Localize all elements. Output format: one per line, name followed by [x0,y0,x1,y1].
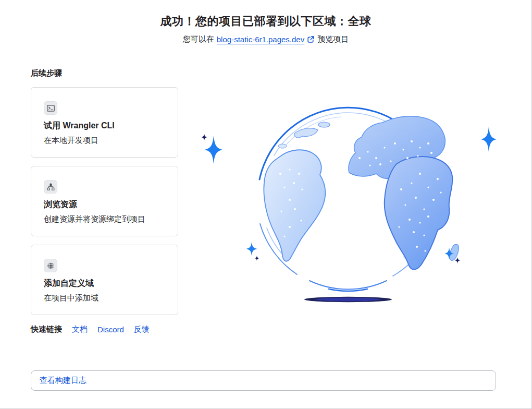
quick-link-discord[interactable]: Discord [97,325,124,334]
card-description: 在项目中添加域 [44,293,165,303]
next-steps-heading: 后续步骤 [31,68,178,78]
quick-link-docs[interactable]: 文档 [72,324,88,334]
sparkle-icons [201,127,497,263]
globe-shadow-ellipse [304,297,392,302]
view-build-log-button[interactable]: 查看构建日志 [31,370,496,391]
card-title: 浏览资源 [44,199,165,210]
next-steps-cards: 试用 Wrangler CLI 在本地开发项目 浏览资源 创建资源并将资源绑定到… [31,87,178,315]
subtitle-suffix: 预览项目 [317,34,349,44]
card-title: 添加自定义域 [44,278,165,289]
card-description: 创建资源并将资源绑定到项目 [44,214,165,224]
quick-links: 快速链接 文档 Discord 反馈 [31,324,150,334]
next-steps-section: 后续步骤 试用 Wrangler CLI 在本地开发项目 [31,68,178,315]
subtitle-prefix: 您可以在 [183,34,214,44]
preview-link[interactable]: blog-static-6r1.pages.dev [217,35,304,44]
card-description: 在本地开发项目 [44,136,165,146]
page-title: 成功！您的项目已部署到以下区域：全球 [0,14,531,29]
quick-links-heading: 快速链接 [31,324,62,334]
view-build-log-label: 查看构建日志 [40,376,86,386]
card-custom-domain[interactable]: 添加自定义域 在项目中添加域 [31,245,178,315]
sitemap-icon [44,180,57,194]
header: 成功！您的项目已部署到以下区域：全球 您可以在 blog-static-6r1.… [0,14,531,44]
globe-icon [44,259,57,272]
deployment-success-page: { "header": { "title": "成功！您的项目已部署到以下区域：… [0,0,532,409]
external-link-icon[interactable] [307,35,315,43]
card-browse-resources[interactable]: 浏览资源 创建资源并将资源绑定到项目 [31,166,178,236]
terminal-icon [44,101,57,115]
quick-link-feedback[interactable]: 反馈 [134,324,150,334]
globe-continents [264,116,459,270]
card-title: 试用 Wrangler CLI [44,121,165,131]
subtitle: 您可以在 blog-static-6r1.pages.dev 预览项目 [0,34,531,44]
card-wrangler-cli[interactable]: 试用 Wrangler CLI 在本地开发项目 [31,87,178,158]
globe-earth-illustration [193,95,505,310]
